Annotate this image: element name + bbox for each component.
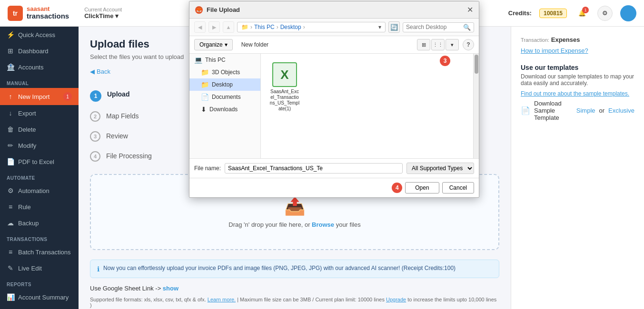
dialog-body: 💻 This PC 📁 3D Objects 📁 Desktop 📄 Docum… <box>189 54 479 158</box>
breadcrumb-this-pc[interactable]: 📁 <box>241 24 248 30</box>
filename-label: File name: <box>194 165 221 172</box>
open-button[interactable]: Open <box>405 182 439 193</box>
excel-icon: X <box>280 68 288 82</box>
breadcrumb-dropdown-btn[interactable]: ▾ <box>378 24 381 30</box>
dialog-actions-row: Organize ▾ New folder ⊞ ⋮⋮ ▾ ? <box>189 36 479 54</box>
help-button[interactable]: ? <box>463 39 474 50</box>
new-folder-button[interactable]: New folder <box>237 39 273 50</box>
dialog-title-bar: 🦊 File Upload ✕ <box>189 1 479 19</box>
dialog-refresh-btn[interactable]: 🔄 <box>388 21 400 33</box>
view-grid-btn[interactable]: ⊞ <box>417 39 430 50</box>
dialog-filename-row: File name: All Supported TypesExcel File… <box>189 158 479 178</box>
download-icon: ⬇ <box>201 106 207 113</box>
dialog-buttons-row: 4 Open Cancel <box>189 178 479 197</box>
view-more-btn[interactable]: ▾ <box>446 39 459 50</box>
folder-icon-desktop: 📁 <box>201 81 209 88</box>
file-item-saasant-excel[interactable]: X SaasAnt_Excel_Transactions_US_Template… <box>266 58 304 116</box>
breadcrumb-desktop[interactable]: Desktop <box>280 24 301 30</box>
annotation-3: 3 <box>440 56 450 66</box>
dialog-close-button[interactable]: ✕ <box>467 5 473 14</box>
view-buttons: ⊞ ⋮⋮ ▾ <box>417 39 459 50</box>
dialog-forward-btn[interactable]: ▶ <box>208 21 220 33</box>
breadcrumb-this-pc-label[interactable]: This PC <box>254 24 275 30</box>
view-details-btn[interactable]: ⋮⋮ <box>431 39 445 50</box>
dialog-toolbar: ◀ ▶ ▲ 📁 › This PC › Desktop › ▾ 🔄 🔍 <box>189 19 479 36</box>
annotation-4: 4 <box>392 183 402 193</box>
dialog-firefox-icon: 🦊 <box>195 6 203 14</box>
dialog-back-btn[interactable]: ◀ <box>194 21 206 33</box>
folder-icon-3d: 📁 <box>201 68 209 76</box>
dialog-overlay: 🦊 File Upload ✕ ◀ ▶ ▲ 📁 › This PC › Desk… <box>0 0 644 309</box>
dialog-up-btn[interactable]: ▲ <box>223 21 234 33</box>
dialog-title-text: File Upload <box>207 6 463 13</box>
organize-dropdown-icon: ▾ <box>225 41 228 48</box>
tree-item-documents[interactable]: 📄 Documents <box>189 91 260 103</box>
dialog-file-area: 3 X SaasAnt_Excel_Transactions_US_Templa… <box>261 54 479 158</box>
scroll-thumb <box>475 55 478 74</box>
dialog-tree: 💻 This PC 📁 3D Objects 📁 Desktop 📄 Docum… <box>189 54 261 158</box>
breadcrumb-bar: 📁 › This PC › Desktop › ▾ <box>237 22 386 32</box>
this-pc-icon: 💻 <box>194 56 202 64</box>
dialog-search-input[interactable] <box>406 24 463 30</box>
document-icon: 📄 <box>201 93 209 101</box>
tree-item-downloads[interactable]: ⬇ Downloads <box>189 103 260 116</box>
file-name-label: SaasAnt_Excel_Transactions_US_Template(1… <box>269 89 300 112</box>
scroll-track <box>473 54 479 158</box>
cancel-button[interactable]: Cancel <box>442 182 474 193</box>
file-upload-dialog: 🦊 File Upload ✕ ◀ ▶ ▲ 📁 › This PC › Desk… <box>189 1 479 198</box>
filetype-select[interactable]: All Supported TypesExcel FilesCSV FilesT… <box>406 163 474 174</box>
search-icon: 🔍 <box>463 24 471 31</box>
tree-item-desktop[interactable]: 📁 Desktop <box>189 78 260 91</box>
dialog-search-bar: 🔍 <box>403 22 474 32</box>
tree-item-3d-objects[interactable]: 📁 3D Objects <box>189 66 260 78</box>
organize-button[interactable]: Organize ▾ <box>194 39 233 50</box>
tree-item-this-pc[interactable]: 💻 This PC <box>189 54 260 66</box>
filename-input[interactable] <box>225 163 403 174</box>
excel-file-thumbnail: X <box>272 62 297 87</box>
